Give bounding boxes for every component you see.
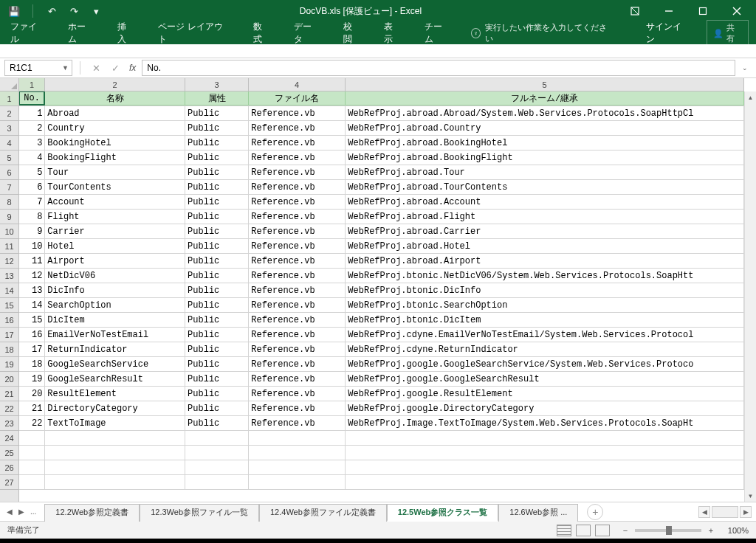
cell[interactable]: DicInfo <box>45 283 185 297</box>
cell[interactable]: 6 <box>19 180 45 194</box>
cell[interactable]: 11 <box>19 254 45 268</box>
cell[interactable]: Reference.vb <box>249 269 346 283</box>
cell[interactable]: Reference.vb <box>249 372 346 386</box>
cell[interactable]: Public <box>185 165 249 179</box>
cancel-formula-icon[interactable]: ✕ <box>88 60 104 76</box>
cell[interactable]: Reference.vb <box>249 342 346 356</box>
cell[interactable]: Public <box>185 210 249 224</box>
cell[interactable]: Public <box>185 224 249 238</box>
cell[interactable] <box>19 431 45 445</box>
col-header[interactable]: 3 <box>185 78 249 91</box>
cell[interactable]: Public <box>185 328 249 342</box>
cell[interactable]: ReturnIndicator <box>45 342 185 356</box>
cell[interactable]: WebRefProj.cdyne.ReturnIndicator <box>346 342 744 356</box>
row-header[interactable]: 2 <box>0 106 18 121</box>
cells-area[interactable]: No.名称属性ファイル名フルネーム/継承1AbroadPublicReferen… <box>19 91 744 502</box>
ribbon-tab-view[interactable]: 表示 <box>381 22 404 44</box>
row-header[interactable]: 23 <box>0 416 18 431</box>
sheet-tab[interactable]: 12.3Web参照ファイル一覧 <box>140 504 259 522</box>
cell[interactable]: Public <box>185 372 249 386</box>
ribbon-tab-review[interactable]: 校閲 <box>340 22 363 44</box>
cell[interactable]: Public <box>185 416 249 430</box>
col-header[interactable]: 4 <box>249 78 346 91</box>
cell[interactable]: EmailVerNoTestEmail <box>45 328 185 342</box>
cell[interactable]: Public <box>185 313 249 327</box>
cell[interactable]: 7 <box>19 195 45 209</box>
ribbon-tab-page-layout[interactable]: ページ レイアウト <box>155 22 232 44</box>
cell[interactable]: Tour <box>45 165 185 179</box>
row-header[interactable]: 6 <box>0 165 18 180</box>
row-header[interactable]: 12 <box>0 254 18 269</box>
cell[interactable]: 20 <box>19 387 45 401</box>
cell[interactable]: Public <box>185 269 249 283</box>
redo-icon[interactable]: ↷ <box>67 4 80 18</box>
row-header[interactable]: 19 <box>0 357 18 372</box>
zoom-in-button[interactable]: + <box>706 526 716 535</box>
cell[interactable]: Account <box>45 195 185 209</box>
page-break-view-icon[interactable] <box>595 525 610 536</box>
col-header[interactable]: 2 <box>45 78 185 91</box>
cell[interactable]: Public <box>185 180 249 194</box>
sheet-nav-prev-icon[interactable]: ◀ <box>4 506 15 517</box>
cell[interactable]: Reference.vb <box>249 136 346 150</box>
cell[interactable]: 22 <box>19 416 45 430</box>
row-header[interactable]: 3 <box>0 121 18 136</box>
cell[interactable]: GoogleSearchService <box>45 357 185 371</box>
cell[interactable]: Carrier <box>45 224 185 238</box>
cell[interactable]: Reference.vb <box>249 357 346 371</box>
zoom-slider[interactable] <box>635 529 701 532</box>
ribbon-tab-file[interactable]: ファイル <box>7 22 47 44</box>
cell[interactable]: 18 <box>19 357 45 371</box>
sheet-tab[interactable]: 12.6Web参照 ... <box>498 504 578 522</box>
cell[interactable]: WebRefProj.google.DirectoryCategory <box>346 401 744 415</box>
cell[interactable]: WebRefProj.google.GoogleSearchService/Sy… <box>346 357 744 371</box>
cell[interactable]: Reference.vb <box>249 298 346 312</box>
cell[interactable]: Hotel <box>45 239 185 253</box>
ribbon-tab-insert[interactable]: 挿入 <box>114 22 137 44</box>
cell[interactable] <box>249 475 346 489</box>
scroll-track[interactable] <box>712 506 738 518</box>
cell[interactable] <box>249 431 346 445</box>
cell[interactable]: Public <box>185 136 249 150</box>
scroll-right-icon[interactable]: ▶ <box>740 506 752 518</box>
cell[interactable]: 17 <box>19 342 45 356</box>
cell[interactable]: Public <box>185 387 249 401</box>
cell[interactable] <box>19 446 45 460</box>
sign-in-link[interactable]: サインイン <box>646 21 689 46</box>
cell[interactable]: ResultElement <box>45 387 185 401</box>
cell[interactable]: Reference.vb <box>249 195 346 209</box>
cell[interactable]: WebRefProj.abroad.BookingHotel <box>346 136 744 150</box>
ribbon-display-icon[interactable] <box>619 0 651 22</box>
cell[interactable] <box>346 460 744 474</box>
cell[interactable]: Reference.vb <box>249 180 346 194</box>
cell[interactable]: 3 <box>19 136 45 150</box>
cell[interactable]: Flight <box>45 210 185 224</box>
cell[interactable]: Public <box>185 401 249 415</box>
cell[interactable]: WebRefProj.Image.TextToImage/System.Web.… <box>346 416 744 430</box>
cell[interactable]: Public <box>185 342 249 356</box>
cell[interactable]: WebRefProj.cdyne.EmailVerNoTestEmail/Sys… <box>346 328 744 342</box>
save-icon[interactable]: 💾 <box>7 4 21 18</box>
row-header[interactable]: 21 <box>0 387 18 401</box>
sheet-tab[interactable]: 12.4Web参照ファイル定義書 <box>259 504 387 522</box>
zoom-out-button[interactable]: − <box>620 526 630 535</box>
column-header-cell[interactable]: No. <box>19 91 45 106</box>
row-header[interactable]: 11 <box>0 239 18 254</box>
cell[interactable]: TourContents <box>45 180 185 194</box>
cell[interactable] <box>45 475 185 489</box>
undo-icon[interactable]: ↶ <box>45 4 58 18</box>
row-header[interactable]: 22 <box>0 401 18 416</box>
ribbon-tab-data[interactable]: データ <box>291 22 323 44</box>
select-all-button[interactable] <box>0 78 19 91</box>
row-header[interactable]: 13 <box>0 269 18 283</box>
cell[interactable]: Public <box>185 239 249 253</box>
cell[interactable]: Reference.vb <box>249 210 346 224</box>
cell[interactable]: Reference.vb <box>249 401 346 415</box>
name-box[interactable]: R1C1 ▼ <box>4 60 72 76</box>
row-header[interactable]: 5 <box>0 151 18 165</box>
sheet-tab[interactable]: 12.5Web参照クラス一覧 <box>387 504 498 522</box>
enter-formula-icon[interactable]: ✓ <box>107 60 123 76</box>
row-header[interactable]: 7 <box>0 180 18 195</box>
column-header-cell[interactable]: ファイル名 <box>249 91 346 106</box>
row-header[interactable]: 14 <box>0 283 18 298</box>
